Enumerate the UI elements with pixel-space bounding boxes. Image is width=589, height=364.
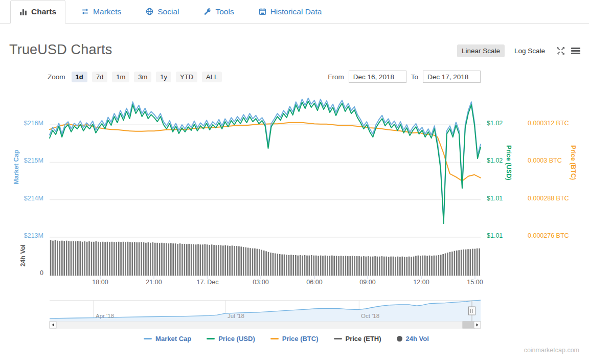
market-cap-swatch: [144, 338, 152, 339]
price-btc-swatch: [270, 338, 279, 339]
bar-chart-icon: [19, 8, 27, 16]
navigator-scrollbar-track[interactable]: [50, 322, 481, 328]
legend-label: Market Cap: [155, 335, 191, 343]
watermark: coinmarketcap.com: [524, 347, 579, 354]
tab-markets[interactable]: Markets: [73, 0, 130, 23]
scrollbar-left-arrow[interactable]: [50, 322, 56, 328]
from-date-input[interactable]: [349, 71, 406, 83]
calendar-icon: [259, 8, 266, 15]
price-eth-swatch: [334, 338, 342, 339]
y-axis-label-price-btc: 0.000288 BTC: [528, 194, 569, 203]
zoom-button-ytd[interactable]: YTD: [176, 72, 197, 82]
legend-item-price-btc[interactable]: Price (BTC): [270, 335, 319, 343]
navigator-label: Oct '18: [361, 312, 379, 321]
x-axis-label: 21:00: [136, 278, 172, 287]
chart-legend: Market Cap Price (USD) Price (BTC) Price…: [0, 335, 573, 343]
y-axis-label-price-usd: $1.02: [487, 119, 503, 128]
to-label: To: [411, 73, 418, 81]
legend-item-price-eth[interactable]: Price (ETH): [334, 335, 381, 343]
tab-charts[interactable]: Charts: [10, 0, 65, 24]
tab-label: Historical Data: [270, 7, 322, 16]
y-axis-label-market-cap: $216M: [13, 119, 43, 128]
y-axis-label-price-btc: 0.0003 BTC: [528, 156, 562, 165]
tab-tools[interactable]: Tools: [195, 0, 242, 23]
tab-label: Social: [157, 7, 179, 16]
navigator-scrollbar-thumb[interactable]: [463, 322, 474, 328]
globe-icon: [146, 8, 153, 15]
axis-title-market-cap: Market Cap: [13, 150, 20, 184]
zoom-label: Zoom: [48, 73, 65, 81]
y-axis-label-price-btc: 0.000276 BTC: [528, 232, 569, 240]
scrollbar-right-arrow[interactable]: [474, 322, 481, 328]
tab-historical-data[interactable]: Historical Data: [250, 0, 331, 23]
navigator-handle[interactable]: [469, 307, 475, 315]
tab-label: Markets: [93, 7, 121, 16]
y-axis-label-market-cap: $213M: [13, 232, 43, 240]
legend-label: Price (USD): [218, 335, 255, 343]
zoom-button-1d[interactable]: 1d: [72, 72, 87, 82]
to-date-input[interactable]: [423, 71, 481, 83]
y-axis-label-market-cap: $214M: [13, 194, 43, 203]
24h-vol-swatch: [397, 336, 402, 342]
legend-label: Price (ETH): [346, 335, 381, 343]
x-axis-label: 09:00: [350, 278, 386, 287]
x-axis-label: 12:00: [403, 278, 439, 287]
zoom-button-all[interactable]: ALL: [202, 72, 222, 82]
x-axis-label: 03:00: [243, 278, 279, 287]
chart-toolbar: Zoom 1d 7d 1m 3m 1y YTD ALL From To: [48, 71, 481, 83]
price-usd-swatch: [207, 338, 215, 339]
legend-label: 24h Vol: [406, 335, 429, 343]
axis-title-price-usd: Price (USD): [505, 145, 512, 180]
exchange-arrows-icon: [81, 8, 89, 15]
axis-title-24h-vol: 24h Vol: [19, 244, 27, 267]
legend-label: Price (BTC): [282, 335, 319, 343]
navigator-label: Apr '18: [96, 312, 114, 321]
zoom-button-7d[interactable]: 7d: [92, 72, 107, 82]
zoom-button-1m[interactable]: 1m: [112, 72, 129, 82]
legend-item-24h-vol[interactable]: 24h Vol: [397, 335, 429, 343]
log-scale-button[interactable]: Log Scale: [510, 44, 550, 57]
y-axis-label-price-usd: $1.01: [487, 232, 503, 240]
navigator-label: Jul '18: [228, 312, 244, 321]
x-axis-label: 15:00: [457, 278, 493, 287]
tab-bar: Charts Markets Social Tools Historical D…: [0, 0, 589, 24]
tab-label: Tools: [215, 7, 234, 16]
tab-label: Charts: [31, 7, 56, 16]
y-axis-label-price-btc: 0.000312 BTC: [528, 119, 569, 128]
scale-controls: Linear Scale Log Scale: [457, 44, 580, 57]
legend-item-market-cap[interactable]: Market Cap: [144, 335, 191, 343]
fullscreen-icon[interactable]: [555, 46, 566, 57]
y-axis-label-price-usd: $1.02: [487, 156, 503, 165]
menu-icon[interactable]: [571, 48, 580, 54]
linear-scale-button[interactable]: Linear Scale: [457, 44, 505, 57]
legend-item-price-usd[interactable]: Price (USD): [207, 335, 255, 343]
wrench-icon: [203, 8, 211, 15]
axis-title-price-btc: Price (BTC): [570, 145, 577, 180]
zoom-button-1y[interactable]: 1y: [156, 72, 171, 82]
x-axis-label: 06:00: [297, 278, 332, 287]
navigator-area[interactable]: [50, 300, 481, 322]
zoom-button-3m[interactable]: 3m: [134, 72, 151, 82]
tab-social[interactable]: Social: [137, 0, 188, 23]
y-axis-label-price-usd: $1.01: [487, 194, 503, 203]
x-axis-label: 18:00: [82, 278, 118, 287]
y-axis-label-volume-zero: 0: [13, 269, 43, 278]
page-title: TrueUSD Charts: [9, 42, 112, 58]
from-label: From: [328, 73, 344, 81]
x-axis-label: 17. Dec: [190, 278, 225, 287]
